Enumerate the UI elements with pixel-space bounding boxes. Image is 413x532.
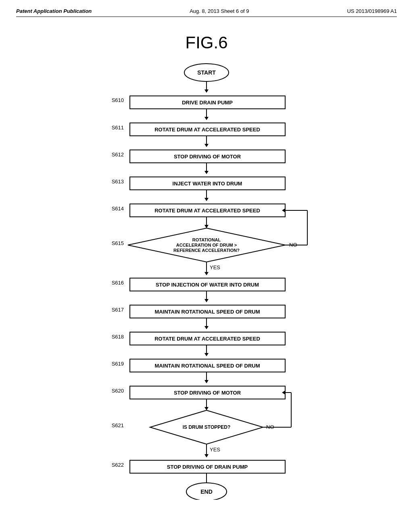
label-s621: S621 (112, 422, 124, 428)
label-s612: S612 (112, 152, 124, 158)
decision-s621-yes: YES (210, 447, 220, 453)
label-s610: S610 (112, 97, 124, 103)
label-s622: S622 (112, 462, 124, 468)
label-s617: S617 (112, 307, 124, 313)
decision-s615-yes: YES (210, 264, 220, 270)
decision-s615-line2: ACCELERATION OF DRUM > (176, 243, 237, 247)
label-s615: S615 (112, 240, 124, 246)
decision-s615-line1: ROTATIONAL (192, 237, 221, 242)
step-s610-text: DRIVE DRAIN PUMP (182, 100, 233, 106)
svg-marker-2 (204, 89, 209, 93)
figure-title: FIG.6 (185, 33, 227, 52)
decision-s621-text: IS DRUM STOPPED? (183, 424, 230, 430)
svg-marker-14 (204, 198, 209, 201)
svg-marker-36 (204, 380, 209, 383)
page: Patent Application Publication Aug. 8, 2… (0, 0, 413, 532)
svg-marker-27 (204, 299, 209, 302)
header-center: Aug. 8, 2013 Sheet 6 of 9 (190, 8, 249, 14)
svg-marker-5 (204, 117, 209, 120)
header-right: US 2013/0198969 A1 (347, 8, 397, 14)
flowchart-svg: START S610 DRIVE DRAIN PUMP S611 ROTATE … (65, 60, 348, 500)
step-s620-text: STOP DRIVING OF MOTOR (174, 390, 241, 396)
step-s612-text: STOP DRIVING OF MOTOR (174, 154, 241, 160)
label-s616: S616 (112, 280, 124, 286)
step-s616-text: STOP INJECTION OF WATER INTO DRUM (156, 282, 259, 288)
svg-marker-30 (204, 326, 209, 329)
header-left: Patent Application Publication (16, 8, 92, 14)
step-s617-text: MAINTAIN ROTATIONAL SPEED OF DRUM (154, 309, 260, 315)
svg-marker-39 (204, 407, 209, 410)
svg-marker-46 (204, 454, 209, 457)
step-s611-text: ROTATE DRUM AT ACCELERATED SPEED (154, 127, 260, 133)
label-s619: S619 (112, 361, 124, 367)
svg-marker-17 (204, 225, 209, 228)
header: Patent Application Publication Aug. 8, 2… (16, 8, 397, 17)
step-s622-text: STOP DRIVING OF DRAIN PUMP (167, 464, 248, 470)
step-s618-text: ROTATE DRUM AT ACCELERATED SPEED (154, 336, 260, 342)
label-s614: S614 (112, 206, 124, 212)
svg-marker-8 (204, 144, 209, 147)
svg-marker-33 (204, 353, 209, 356)
start-label: START (197, 69, 216, 76)
svg-marker-24 (204, 272, 209, 275)
svg-marker-11 (204, 171, 209, 174)
label-s620: S620 (112, 388, 124, 394)
end-label: END (200, 488, 213, 495)
label-s611: S611 (112, 125, 124, 131)
step-s613-text: INJECT WATER INTO DRUM (173, 181, 242, 187)
diagram-container: FIG.6 START S610 DRIVE DRAIN PUMP S611 R… (16, 29, 397, 500)
label-s618: S618 (112, 334, 124, 340)
step-s619-text: MAINTAIN ROTATIONAL SPEED OF DRUM (154, 363, 260, 369)
step-s614-text: ROTATE DRUM AT ACCELERATED SPEED (154, 208, 260, 214)
label-s613: S613 (112, 179, 124, 185)
decision-s615-line3: REFERENCE ACCELERATION? (173, 248, 240, 253)
